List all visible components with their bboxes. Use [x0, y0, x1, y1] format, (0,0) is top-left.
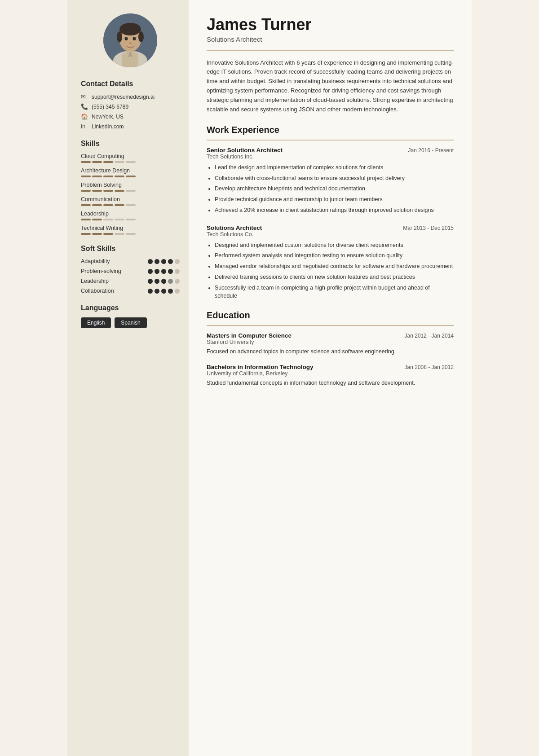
edu-degree: Masters in Computer Science: [207, 332, 292, 339]
svg-point-10: [135, 38, 136, 39]
skill-segment: [103, 190, 113, 192]
skill-item: Technical Writing: [81, 225, 180, 235]
dot: [155, 269, 159, 274]
skill-segment: [126, 233, 136, 235]
skill-segment: [115, 161, 124, 163]
dot: [148, 289, 153, 294]
skill-item: Cloud Computing: [81, 153, 180, 163]
skill-bar: [81, 161, 180, 163]
skill-bar: [81, 219, 180, 220]
skill-segment: [115, 233, 124, 235]
skill-segment: [81, 161, 91, 163]
skill-segment: [126, 161, 136, 163]
soft-skill-name: Leadership: [81, 278, 109, 284]
skill-segment: [115, 190, 124, 192]
skill-segment: [126, 204, 136, 206]
edu-date: Jan 2012 - Jan 2014: [405, 333, 454, 339]
dot: [148, 269, 153, 274]
contact-title: Contact Details: [81, 80, 180, 88]
soft-skill-name: Adaptability: [81, 258, 110, 264]
soft-skills-section: AdaptabilityProblem-solvingLeadershipCol…: [81, 258, 180, 294]
soft-skill-dots: [148, 279, 180, 284]
skill-name: Leadership: [81, 211, 180, 217]
soft-skill-name: Collaboration: [81, 288, 114, 294]
skill-segment: [103, 161, 113, 163]
candidate-title: Solutions Architect: [207, 35, 454, 43]
skill-segment: [81, 219, 91, 220]
job-bullets: Lead the design and implementation of co…: [207, 163, 454, 215]
skill-segment: [126, 176, 136, 177]
summary-text: Innovative Solutions Architect with 6 ye…: [207, 58, 454, 114]
language-badge: Spanish: [115, 317, 146, 328]
jobs-container: Senior Solutions Architect Jan 2016 - Pr…: [207, 147, 454, 300]
soft-skill-item: Leadership: [81, 278, 180, 284]
skills-section: Cloud ComputingArchitecture DesignProble…: [81, 153, 180, 235]
dot: [155, 279, 159, 284]
dot: [175, 269, 180, 274]
dot: [168, 269, 173, 274]
soft-skill-item: Adaptability: [81, 258, 180, 264]
skill-bar: [81, 233, 180, 235]
job-company: Tech Solutions Inc.: [207, 154, 454, 160]
skill-name: Problem Solving: [81, 182, 180, 188]
skill-name: Architecture Design: [81, 167, 180, 174]
dot: [175, 289, 180, 294]
svg-point-6: [138, 31, 144, 42]
skill-segment: [81, 176, 91, 177]
edu-date: Jan 2008 - Jan 2012: [405, 364, 454, 370]
work-divider: [207, 140, 454, 141]
svg-point-8: [133, 37, 136, 40]
bullet: Managed vendor relationships and negotia…: [215, 262, 454, 271]
skill-segment: [92, 219, 102, 220]
skill-segment: [115, 176, 124, 177]
edu-desc: Studied fundamental concepts in informat…: [207, 379, 454, 387]
job-date: Mar 2013 - Dec 2015: [403, 225, 454, 231]
resume: Contact Details ✉ support@resumedesign.a…: [67, 0, 472, 756]
bullet: Performed system analysis and integratio…: [215, 251, 454, 260]
skill-item: Leadership: [81, 211, 180, 220]
job-company: Tech Solutions Co.: [207, 231, 454, 237]
work-experience-title: Work Experience: [207, 125, 454, 135]
dot: [148, 259, 153, 264]
edu-degree: Bachelors in Information Technology: [207, 364, 314, 370]
edu-header: Bachelors in Information Technology Jan …: [207, 364, 454, 370]
dot: [155, 289, 159, 294]
dot: [168, 279, 173, 284]
sidebar: Contact Details ✉ support@resumedesign.a…: [67, 0, 189, 756]
candidate-name: James Turner: [207, 16, 454, 34]
skill-name: Communication: [81, 196, 180, 202]
skill-bar: [81, 190, 180, 192]
dot: [161, 269, 166, 274]
main-content: James Turner Solutions Architect Innovat…: [189, 0, 472, 756]
dot: [161, 279, 166, 284]
education-container: Masters in Computer Science Jan 2012 - J…: [207, 332, 454, 388]
bullet: Lead the design and implementation of co…: [215, 163, 454, 172]
bullet: Successfully led a team in completing a …: [215, 284, 454, 301]
edu-block: Bachelors in Information Technology Jan …: [207, 364, 454, 387]
job-date: Jan 2016 - Present: [408, 147, 454, 154]
bullet: Develop architecture blueprints and tech…: [215, 185, 454, 193]
edu-block: Masters in Computer Science Jan 2012 - J…: [207, 332, 454, 356]
contact-phone: 📞 (555) 345-6789: [81, 103, 180, 110]
bullet: Provide technical guidance and mentorshi…: [215, 195, 454, 204]
contact-email: ✉ support@resumedesign.ai: [81, 93, 180, 100]
skill-segment: [103, 219, 113, 220]
bullet: Collaborate with cross-functional teams …: [215, 174, 454, 183]
skill-item: Communication: [81, 196, 180, 206]
skill-segment: [103, 176, 113, 177]
avatar-wrapper: [81, 13, 180, 67]
soft-skill-item: Problem-solving: [81, 268, 180, 274]
avatar: [103, 13, 157, 67]
skill-name: Cloud Computing: [81, 153, 180, 159]
contact-section: ✉ support@resumedesign.ai 📞 (555) 345-67…: [81, 93, 180, 130]
dot: [148, 279, 153, 284]
dot: [155, 259, 159, 264]
soft-skill-dots: [148, 289, 180, 294]
skill-segment: [92, 233, 102, 235]
job-header: Senior Solutions Architect Jan 2016 - Pr…: [207, 147, 454, 154]
languages-title: Languages: [81, 304, 180, 312]
skill-segment: [81, 204, 91, 206]
location-icon: 🏠: [81, 113, 88, 120]
skill-segment: [115, 204, 124, 206]
skill-segment: [126, 190, 136, 192]
